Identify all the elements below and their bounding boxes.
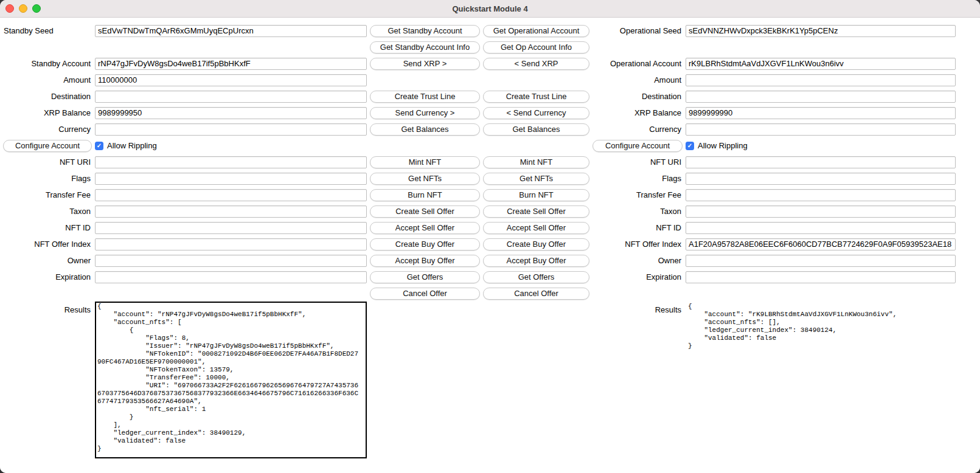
operational-destination-input[interactable] (686, 91, 956, 103)
operational-account-input[interactable] (686, 58, 956, 70)
operational-create-trust-line-button[interactable]: Create Trust Line (483, 91, 589, 103)
standby-configure-account-button[interactable]: Configure Account (3, 140, 92, 152)
standby-transfer-fee-input[interactable] (95, 189, 367, 201)
standby-destination-label: Destination (3, 92, 92, 101)
main-content: Standby Seed Get Standby Account Get Ope… (0, 18, 980, 473)
get-op-account-info-button[interactable]: Get Op Account Info (483, 41, 589, 54)
operational-currency-input[interactable] (686, 123, 956, 136)
operational-accept-buy-offer-button[interactable]: Accept Buy Offer (483, 255, 589, 267)
standby-nft-offer-index-label: NFT Offer Index (3, 240, 92, 249)
minimize-button[interactable] (19, 4, 27, 13)
operational-nft-offer-index-input[interactable] (686, 238, 956, 250)
standby-account-label: Standby Account (3, 59, 92, 68)
standby-nft-uri-input[interactable] (95, 156, 367, 168)
operational-nft-id-label: NFT ID (593, 223, 683, 232)
standby-accept-sell-offer-button[interactable]: Accept Sell Offer (370, 222, 480, 234)
operational-amount-label: Amount (593, 75, 683, 85)
standby-destination-input[interactable] (95, 91, 367, 103)
standby-burn-nft-button[interactable]: Burn NFT (370, 189, 480, 201)
operational-create-buy-offer-button[interactable]: Create Buy Offer (483, 238, 589, 250)
operational-flags-label: Flags (593, 174, 683, 183)
standby-balance-input[interactable] (95, 107, 367, 119)
get-standby-account-info-button[interactable]: Get Standby Account Info (370, 41, 480, 54)
standby-currency-input[interactable] (95, 123, 367, 136)
operational-amount-input[interactable] (686, 74, 956, 86)
operational-allow-rippling-row: Allow Rippling (686, 141, 956, 150)
operational-get-offers-button[interactable]: Get Offers (483, 271, 589, 283)
operational-accept-sell-offer-button[interactable]: Accept Sell Offer (483, 222, 589, 234)
operational-expiration-label: Expiration (593, 272, 683, 281)
standby-balance-label: XRP Balance (3, 108, 92, 117)
standby-amount-input[interactable] (95, 74, 367, 86)
standby-create-buy-offer-button[interactable]: Create Buy Offer (370, 238, 480, 250)
standby-nft-uri-label: NFT URI (3, 157, 92, 167)
window-controls (5, 0, 41, 17)
get-operational-account-button[interactable]: Get Operational Account (483, 25, 589, 37)
operational-destination-label: Destination (593, 92, 683, 101)
standby-nft-id-input[interactable] (95, 222, 367, 234)
operational-currency-label: Currency (593, 125, 683, 134)
standby-allow-rippling-label: Allow Rippling (107, 141, 157, 150)
standby-currency-label: Currency (3, 125, 92, 134)
operational-cancel-offer-button[interactable]: Cancel Offer (483, 288, 589, 300)
operational-account-label: Operational Account (593, 59, 683, 68)
standby-taxon-input[interactable] (95, 205, 367, 218)
standby-results-text[interactable]: { "account": "rNP47gJFvDyW8gsDo4weB17if5… (95, 302, 367, 458)
operational-burn-nft-button[interactable]: Burn NFT (483, 189, 589, 201)
operational-allow-rippling-label: Allow Rippling (698, 141, 748, 150)
standby-accept-buy-offer-button[interactable]: Accept Buy Offer (370, 255, 480, 267)
operational-seed-label: Operational Seed (593, 26, 683, 35)
zoom-button[interactable] (32, 4, 41, 13)
operational-expiration-input[interactable] (686, 271, 956, 283)
operational-taxon-label: Taxon (593, 207, 683, 216)
standby-get-nfts-button[interactable]: Get NFTs (370, 173, 480, 185)
operational-results-text[interactable]: { "account": "rK9LBRhStdmtAaVdJXGVF1LnKW… (686, 302, 956, 458)
operational-transfer-fee-label: Transfer Fee (593, 190, 683, 199)
standby-mint-nft-button[interactable]: Mint NFT (370, 156, 480, 168)
operational-send-xrp-button[interactable]: < Send XRP (483, 58, 589, 70)
standby-send-currency-button[interactable]: Send Currency > (370, 107, 480, 119)
get-standby-account-button[interactable]: Get Standby Account (370, 25, 480, 37)
standby-owner-input[interactable] (95, 255, 367, 267)
standby-get-balances-button[interactable]: Get Balances (370, 123, 480, 136)
standby-taxon-label: Taxon (3, 207, 92, 216)
operational-nft-uri-input[interactable] (686, 156, 956, 168)
standby-allow-rippling-checkbox[interactable] (95, 142, 103, 150)
standby-expiration-input[interactable] (95, 271, 367, 283)
title-bar: Quickstart Module 4 (0, 0, 980, 18)
operational-allow-rippling-checkbox[interactable] (686, 142, 694, 150)
window-title: Quickstart Module 4 (452, 4, 527, 13)
operational-taxon-input[interactable] (686, 205, 956, 218)
close-button[interactable] (5, 4, 14, 13)
standby-send-xrp-button[interactable]: Send XRP > (370, 58, 480, 70)
standby-allow-rippling-row: Allow Rippling (95, 141, 367, 150)
content-grid: Standby Seed Get Standby Account Get Ope… (3, 22, 980, 458)
operational-transfer-fee-input[interactable] (686, 189, 956, 201)
standby-account-input[interactable] (95, 58, 367, 70)
operational-owner-input[interactable] (686, 255, 956, 267)
standby-create-trust-line-button[interactable]: Create Trust Line (370, 91, 480, 103)
operational-create-sell-offer-button[interactable]: Create Sell Offer (483, 205, 589, 218)
standby-create-sell-offer-button[interactable]: Create Sell Offer (370, 205, 480, 218)
standby-nft-offer-index-input[interactable] (95, 238, 367, 250)
operational-balance-input[interactable] (686, 107, 956, 119)
standby-get-offers-button[interactable]: Get Offers (370, 271, 480, 283)
operational-configure-account-button[interactable]: Configure Account (593, 140, 683, 152)
standby-owner-label: Owner (3, 256, 92, 265)
standby-flags-input[interactable] (95, 173, 367, 185)
operational-mint-nft-button[interactable]: Mint NFT (483, 156, 589, 168)
operational-nft-offer-index-label: NFT Offer Index (593, 240, 683, 249)
standby-nft-id-label: NFT ID (3, 223, 92, 232)
standby-cancel-offer-button[interactable]: Cancel Offer (370, 288, 480, 300)
operational-owner-label: Owner (593, 256, 683, 265)
operational-get-nfts-button[interactable]: Get NFTs (483, 173, 589, 185)
operational-nft-uri-label: NFT URI (593, 157, 683, 167)
operational-flags-input[interactable] (686, 173, 956, 185)
operational-seed-input[interactable] (686, 25, 956, 37)
standby-seed-input[interactable] (95, 25, 367, 37)
standby-expiration-label: Expiration (3, 272, 92, 281)
operational-send-currency-button[interactable]: < Send Currency (483, 107, 589, 119)
operational-get-balances-button[interactable]: Get Balances (483, 123, 589, 136)
standby-flags-label: Flags (3, 174, 92, 183)
operational-nft-id-input[interactable] (686, 222, 956, 234)
